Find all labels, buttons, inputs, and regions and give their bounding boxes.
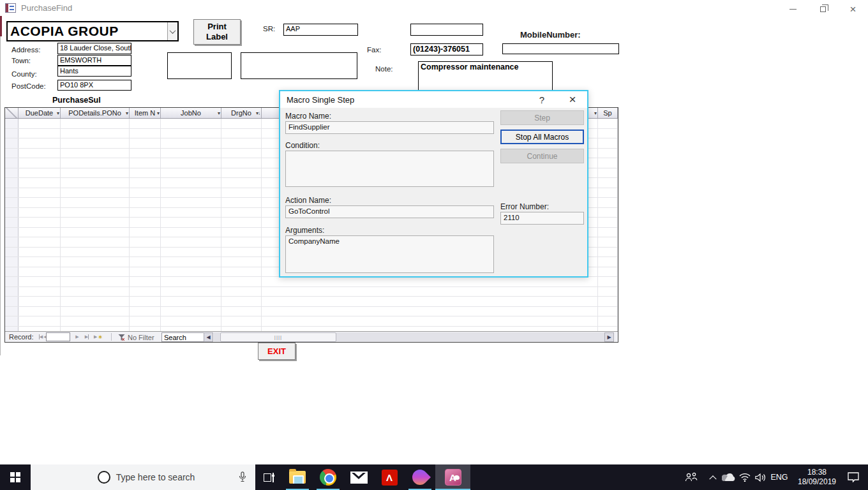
- volume-button[interactable]: [752, 464, 770, 490]
- row-selector[interactable]: [5, 149, 19, 158]
- new-record-button[interactable]: ▶∗: [94, 332, 103, 341]
- table-row[interactable]: [5, 307, 618, 317]
- table-cell[interactable]: [221, 297, 262, 306]
- start-button[interactable]: [0, 464, 31, 490]
- table-cell[interactable]: [221, 149, 262, 158]
- row-selector[interactable]: [5, 248, 19, 257]
- row-selector[interactable]: [5, 257, 19, 267]
- row-selector[interactable]: [5, 158, 19, 168]
- table-cell[interactable]: [221, 257, 262, 267]
- table-cell[interactable]: [262, 287, 598, 297]
- county-field[interactable]: Hants: [57, 66, 131, 77]
- table-cell[interactable]: [161, 119, 221, 128]
- table-cell[interactable]: [130, 228, 161, 237]
- table-cell[interactable]: [161, 149, 221, 158]
- row-selector[interactable]: [5, 188, 19, 198]
- table-cell[interactable]: [61, 149, 130, 158]
- table-cell[interactable]: [221, 119, 262, 128]
- table-cell[interactable]: [61, 277, 130, 286]
- table-cell[interactable]: [262, 297, 598, 306]
- clock[interactable]: 18:38 18/09/2019: [791, 464, 842, 490]
- table-cell[interactable]: [61, 228, 130, 237]
- table-cell[interactable]: [161, 178, 221, 188]
- table-cell[interactable]: [61, 129, 130, 138]
- table-cell[interactable]: [61, 158, 130, 168]
- table-cell[interactable]: [161, 237, 221, 247]
- table-cell[interactable]: [61, 257, 130, 267]
- table-cell[interactable]: [19, 198, 61, 207]
- empty-box-1[interactable]: [167, 52, 232, 79]
- table-cell[interactable]: [221, 208, 262, 218]
- table-cell[interactable]: [161, 297, 221, 306]
- taskbar-app-file-explorer[interactable]: [282, 464, 313, 490]
- row-selector[interactable]: [5, 277, 19, 286]
- table-cell[interactable]: [19, 218, 61, 227]
- table-cell[interactable]: [161, 277, 221, 286]
- dialog-help-button[interactable]: ?: [532, 91, 551, 108]
- table-cell[interactable]: [221, 248, 262, 257]
- table-cell[interactable]: [130, 237, 161, 247]
- show-hidden-icons-button[interactable]: [705, 464, 721, 490]
- table-cell[interactable]: [61, 188, 130, 198]
- print-label-button[interactable]: Print Label: [193, 19, 241, 45]
- table-cell[interactable]: [598, 277, 618, 286]
- table-cell[interactable]: [19, 267, 61, 277]
- table-cell[interactable]: [130, 267, 161, 277]
- table-cell[interactable]: [130, 218, 161, 227]
- sr-field[interactable]: AAP: [283, 24, 358, 36]
- no-filter-button[interactable]: No Filter: [115, 332, 158, 342]
- table-cell[interactable]: [598, 168, 618, 178]
- action-center-button[interactable]: [842, 464, 864, 490]
- table-cell[interactable]: [19, 168, 61, 178]
- column-dropdown-icon[interactable]: ▾: [126, 110, 128, 116]
- table-cell[interactable]: [61, 297, 130, 306]
- top-empty-field[interactable]: [410, 24, 483, 36]
- table-cell[interactable]: [130, 129, 161, 138]
- table-cell[interactable]: [598, 178, 618, 188]
- row-selector[interactable]: [5, 129, 19, 138]
- table-cell[interactable]: [598, 208, 618, 218]
- table-cell[interactable]: [19, 138, 61, 148]
- taskbar-app-access[interactable]: A: [435, 464, 470, 490]
- row-selector[interactable]: [5, 218, 19, 227]
- people-button[interactable]: [680, 464, 702, 490]
- table-cell[interactable]: [161, 287, 221, 297]
- table-cell[interactable]: [221, 138, 262, 148]
- table-cell[interactable]: [130, 119, 161, 128]
- hscroll-right-button[interactable]: ▶: [604, 332, 614, 342]
- exit-button[interactable]: EXIT: [258, 343, 296, 360]
- table-cell[interactable]: [130, 178, 161, 188]
- column-dropdown-icon[interactable]: ▾: [218, 110, 220, 116]
- table-cell[interactable]: [61, 237, 130, 247]
- column-header-JobNo[interactable]: JobNo▾: [161, 108, 221, 118]
- column-header-DueDate[interactable]: DueDate▾: [19, 108, 61, 118]
- table-cell[interactable]: [19, 316, 61, 326]
- onedrive-button[interactable]: [720, 464, 738, 490]
- table-cell[interactable]: [262, 307, 598, 316]
- table-cell[interactable]: [130, 198, 161, 207]
- table-row[interactable]: [5, 316, 618, 327]
- next-record-button[interactable]: ▶: [73, 332, 82, 341]
- table-row[interactable]: [5, 277, 618, 287]
- table-cell[interactable]: [598, 198, 618, 207]
- table-cell[interactable]: [130, 248, 161, 257]
- table-cell[interactable]: [221, 307, 262, 316]
- table-cell[interactable]: [19, 248, 61, 257]
- table-cell[interactable]: [19, 119, 61, 128]
- row-selector[interactable]: [5, 119, 19, 128]
- table-cell[interactable]: [598, 267, 618, 277]
- dialog-titlebar[interactable]: Macro Single Step ? ×: [280, 91, 587, 108]
- table-cell[interactable]: [598, 218, 618, 227]
- step-button[interactable]: Step: [500, 110, 584, 125]
- table-cell[interactable]: [161, 138, 221, 148]
- table-row[interactable]: [5, 287, 618, 297]
- table-cell[interactable]: [19, 178, 61, 188]
- table-cell[interactable]: [221, 237, 262, 247]
- table-cell[interactable]: [19, 307, 61, 316]
- column-dropdown-icon[interactable]: ▾: [57, 110, 59, 116]
- column-header-PODetails.PONo[interactable]: PODetails.PONo▾: [61, 108, 130, 118]
- row-selector[interactable]: [5, 208, 19, 218]
- table-cell[interactable]: [262, 316, 598, 326]
- taskbar-app-chrome[interactable]: [313, 464, 343, 490]
- table-cell[interactable]: [221, 228, 262, 237]
